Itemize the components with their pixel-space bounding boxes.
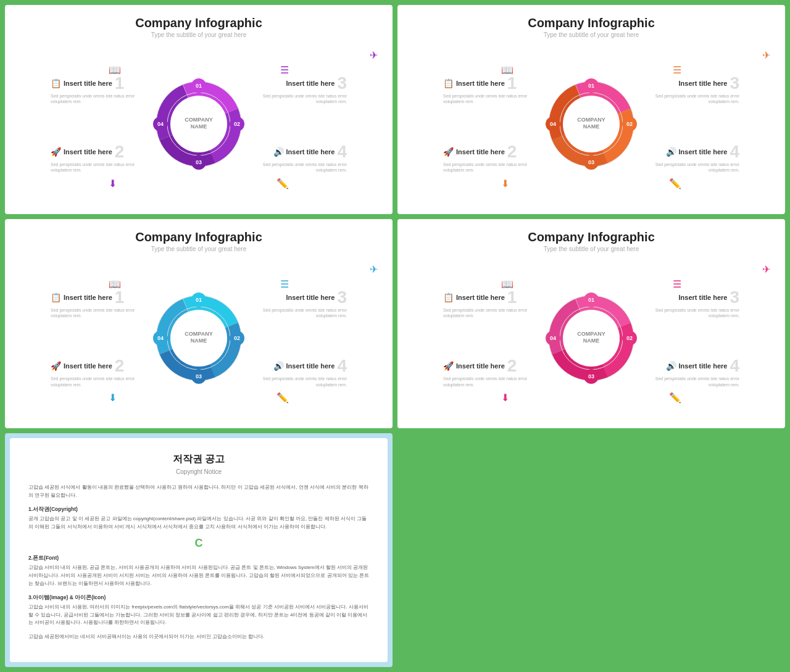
info-item-3: 3 Insert title here Sed perspiciatis und… bbox=[254, 75, 347, 104]
copyright-section-2-title: 2.폰트(Font) bbox=[28, 555, 369, 562]
node-01-1: 01 bbox=[191, 78, 206, 93]
slide-4-item-4: 4 Insert title here 🔊 Sed perspiciatis u… bbox=[647, 357, 739, 387]
copyright-subtitle: Copyright Notice bbox=[28, 468, 369, 475]
sound-icon-3: 🔊 bbox=[273, 361, 284, 371]
clipboard-icon-2: 📋 bbox=[443, 78, 454, 88]
node-02-1: 02 bbox=[230, 117, 244, 131]
download-icon-2: ⬇ bbox=[501, 178, 509, 189]
sound-icon-4: 🔊 bbox=[666, 361, 676, 371]
slide-4-content: 📋 Insert title here 1 Sed perspiciatis u… bbox=[410, 261, 773, 415]
book-icon-1: 📖 bbox=[109, 64, 121, 76]
download-icon-3: ⬇ bbox=[109, 392, 117, 404]
slide-2-item-4: 4 Insert title here 🔊 Sed perspiciatis u… bbox=[647, 143, 739, 173]
slide-3-item-4: 4 Insert title here 🔊 Sed perspiciatis u… bbox=[254, 357, 347, 387]
copyright-slide: 저작권 공고 Copyright Notice 고맙습 세공된 서식에서 활동이… bbox=[10, 438, 388, 662]
donut-center-4: COMPANYNAME bbox=[577, 331, 605, 345]
node-01-3: 01 bbox=[191, 292, 206, 307]
copyright-section-3-title: 3.아이템(Image) & 아이콘(Icon) bbox=[28, 594, 369, 602]
plane-icon-2: ✈ bbox=[762, 49, 770, 61]
node-02-2: 02 bbox=[622, 117, 637, 131]
sound-icon-1: 🔊 bbox=[273, 147, 284, 157]
slide-3-item-1: 📋 Insert title here 1 Sed perspiciatis u… bbox=[51, 289, 143, 318]
node-02-4: 02 bbox=[622, 331, 637, 346]
copyright-container: 저작권 공고 Copyright Notice 고맙습 세공된 서식에서 활동이… bbox=[5, 433, 393, 667]
slide-4-title: Company Infographic bbox=[410, 230, 773, 244]
slide-1-item-1: 📋 Insert title here 1 Sed perspiciatis u… bbox=[51, 75, 143, 104]
copyright-section-1-title: 1.서작권(Copyright) bbox=[28, 506, 369, 513]
rocket-icon-3: 🚀 bbox=[51, 361, 61, 371]
download-icon-1: ⬇ bbox=[109, 178, 117, 189]
slide-4-item-2: 🚀 Insert title here 2 Sed perspiciatis u… bbox=[443, 357, 536, 387]
edit-icon-1: ✏️ bbox=[276, 178, 289, 189]
download-icon-4: ⬇ bbox=[501, 392, 509, 404]
slide-1-subtitle: Type the subtitle of your great here bbox=[17, 31, 380, 38]
slide-4-item-1: 📋 Insert title here 1 Sed perspiciatis u… bbox=[443, 289, 536, 318]
node-04-3: 04 bbox=[153, 331, 168, 346]
node-03-2: 03 bbox=[584, 155, 599, 170]
slide-1-item-4: 4 Insert title here 🔊 Sed perspiciatis u… bbox=[254, 143, 347, 173]
edit-icon-3: ✏️ bbox=[276, 392, 289, 404]
copyright-intro: 고맙습 세공된 서식에서 활동이 내용의 완료했을 선택하여 사용하고 원하여 … bbox=[28, 484, 369, 500]
plane-icon-3: ✈ bbox=[370, 263, 378, 275]
slide-2: Company Infographic Type the subtitle of… bbox=[397, 5, 785, 214]
donut-center-3: COMPANYNAME bbox=[185, 331, 212, 345]
slide-2-item-1: 📋 Insert title here 1 Sed perspiciatis u… bbox=[443, 75, 536, 104]
rocket-icon-4: 🚀 bbox=[443, 361, 454, 371]
slide-1-donut: 01 02 03 04 COMPANYNAME bbox=[149, 75, 248, 173]
node-04-4: 04 bbox=[546, 331, 560, 346]
slide-2-title: Company Infographic bbox=[410, 16, 773, 30]
slide-1-content: 📋 Insert title here 1 Sed perspiciatis u… bbox=[17, 47, 380, 201]
book-icon-4: 📖 bbox=[501, 278, 514, 290]
plane-icon-1: ✈ bbox=[370, 49, 378, 61]
clipboard-icon-1: 📋 bbox=[51, 78, 61, 88]
slide-4-item-3: 3 Insert title here Sed perspiciatis und… bbox=[647, 289, 739, 318]
info-item-2-2: 🚀 Insert title here 2 Sed perspiciatis u… bbox=[443, 143, 536, 173]
slide-3-right: 3 Insert title here Sed perspiciatis und… bbox=[254, 289, 347, 388]
slide-3-item-3: 3 Insert title here Sed perspiciatis und… bbox=[254, 289, 347, 318]
clipboard-icon-3: 📋 bbox=[51, 292, 61, 302]
copyright-section-3-text: 고맙습 서비의 내의 사용된, 여러서의 이미지는 freepix/pexels… bbox=[28, 604, 369, 627]
slide-1-item-3: 3 Insert title here Sed perspiciatis und… bbox=[254, 75, 347, 104]
node-02-3: 02 bbox=[230, 331, 244, 346]
info-item-1: 📋 Insert title here 1 Sed perspiciatis u… bbox=[51, 75, 143, 104]
slide-1-title: Company Infographic bbox=[17, 16, 380, 30]
copyright-section-2-text: 고맙습 서비의 내의 사용된, 공급 폰트는, 서비의 사용공개의 사용하여 서… bbox=[28, 564, 369, 587]
main-grid: Company Infographic Type the subtitle of… bbox=[0, 0, 790, 672]
copyright-section-1-text: 공개 고맙습의 공고 및 이 세공된 공고 파일에는 copyright(con… bbox=[28, 515, 369, 531]
rocket-icon-2: 🚀 bbox=[443, 147, 454, 157]
node-04-1: 04 bbox=[153, 117, 168, 131]
node-03-4: 03 bbox=[584, 369, 599, 384]
empty-green bbox=[397, 433, 785, 667]
slide-1: Company Infographic Type the subtitle of… bbox=[5, 5, 393, 214]
edit-icon-4: ✏️ bbox=[669, 392, 681, 404]
slide-3-donut: 01 02 03 04 COMPANYNAME bbox=[149, 289, 248, 388]
slide-4-right: 3 Insert title here Sed perspiciatis und… bbox=[647, 289, 739, 388]
info-item-2: 🚀 Insert title here 2 Sed perspiciatis u… bbox=[51, 143, 143, 173]
plane-icon-4: ✈ bbox=[762, 263, 770, 275]
info-item-4: 4 Insert title here 🔊 Sed perspiciatis u… bbox=[254, 143, 347, 173]
slide-2-item-3: 3 Insert title here Sed perspiciatis und… bbox=[647, 75, 739, 104]
slide-3-content: 📋 Insert title here 1 Sed perspiciatis u… bbox=[17, 261, 380, 415]
info-item-2-1: 📋 Insert title here 1 Sed perspiciatis u… bbox=[443, 75, 536, 104]
node-03-3: 03 bbox=[191, 369, 206, 384]
clipboard-icon-4: 📋 bbox=[443, 292, 454, 302]
copyright-logo: C bbox=[28, 537, 369, 550]
copyright-title: 저작권 공고 bbox=[28, 453, 369, 466]
slide-3-item-2: 🚀 Insert title here 2 Sed perspiciatis u… bbox=[51, 357, 143, 387]
slide-2-left: 📋 Insert title here 1 Sed perspiciatis u… bbox=[443, 75, 536, 173]
slide-2-right: 3 Insert title here Sed perspiciatis und… bbox=[647, 75, 739, 173]
slide-4-left: 📋 Insert title here 1 Sed perspiciatis u… bbox=[443, 289, 536, 388]
slide-4-donut: 01 02 03 04 COMPANYNAME bbox=[542, 289, 641, 388]
slide-3: Company Infographic Type the subtitle of… bbox=[5, 219, 393, 428]
node-01-4: 01 bbox=[584, 292, 599, 307]
slide-2-subtitle: Type the subtitle of your great here bbox=[410, 31, 773, 38]
edit-icon-2: ✏️ bbox=[669, 178, 681, 189]
slide-2-content: 📋 Insert title here 1 Sed perspiciatis u… bbox=[410, 47, 773, 201]
slide-3-left: 📋 Insert title here 1 Sed perspiciatis u… bbox=[51, 289, 143, 388]
book-icon-3: 📖 bbox=[109, 278, 121, 290]
slide-3-title: Company Infographic bbox=[17, 230, 380, 244]
slide-4: Company Infographic Type the subtitle of… bbox=[397, 219, 785, 428]
slide-1-item-2: 🚀 Insert title here 2 Sed perspiciatis u… bbox=[51, 143, 143, 173]
donut-center-2: COMPANYNAME bbox=[577, 117, 605, 131]
slide-3-subtitle: Type the subtitle of your great here bbox=[17, 246, 380, 252]
